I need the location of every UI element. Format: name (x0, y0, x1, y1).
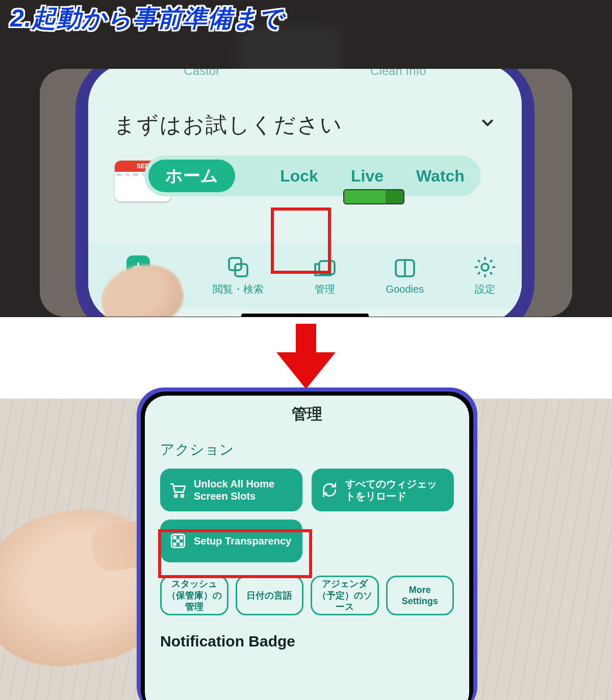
top-screenshot-card: Castor Clean Info まずはお試しください SEP MoTuWeT… (40, 69, 572, 317)
chip-date-lang[interactable]: 日付の言語 (236, 576, 304, 615)
home-indicator (241, 314, 369, 317)
tab-settings[interactable]: 設定 (473, 255, 497, 296)
tab-manage-label: 管理 (315, 282, 335, 296)
gear-icon (473, 255, 497, 279)
chip-more[interactable]: More Settings (386, 576, 454, 615)
chevron-down-icon (479, 114, 496, 136)
tab-goodies[interactable]: Goodies (386, 256, 424, 295)
highlight-box-transparency (158, 529, 312, 578)
segment-live[interactable]: Live (351, 167, 384, 186)
unlock-slots-button[interactable]: Unlock All Home Screen Slots (160, 469, 302, 511)
segment-home-active[interactable]: ホーム (148, 160, 235, 192)
reload-icon (321, 481, 338, 499)
peek-label-left: Castor (184, 69, 220, 78)
peek-label-right: Clean Info (370, 69, 426, 78)
manage-screen-title: 管理 (145, 404, 469, 425)
reload-widgets-label: すべてのウィジェットをリロード (345, 478, 445, 502)
svg-point-6 (174, 495, 177, 497)
down-arrow-icon (275, 324, 337, 392)
actions-section-label: アクション (160, 440, 469, 459)
tutorial-bottom-panel: 管理 アクション Unlock All Home Screen Slots すべ… (0, 399, 612, 700)
surface-segmented-control[interactable]: ホーム Lock Live Watch (144, 155, 481, 196)
goodies-icon (393, 256, 417, 280)
partial-top-row: Castor Clean Info (109, 69, 501, 83)
transition-arrow-zone (0, 317, 612, 399)
manage-screen: 管理 アクション Unlock All Home Screen Slots すべ… (145, 396, 469, 700)
svg-point-5 (481, 264, 489, 271)
cart-icon (169, 481, 187, 499)
tab-browse[interactable]: 閲覧・検索 (213, 255, 264, 296)
battery-widget-peek (343, 189, 404, 204)
notification-badge-section: Notification Badge (160, 633, 469, 650)
segment-watch[interactable]: Watch (416, 167, 465, 186)
tutorial-step-title: 2.起動から事前準備まで (10, 2, 284, 35)
try-section-header[interactable]: まずはお試しください (114, 111, 496, 139)
highlight-box-manage-tab (271, 208, 331, 274)
tab-browse-label: 閲覧・検索 (213, 282, 264, 296)
try-section-title: まずはお試しください (114, 111, 343, 139)
tutorial-top-panel: Castor Clean Info まずはお試しください SEP MoTuWeT… (0, 0, 612, 317)
browse-icon (226, 255, 250, 279)
unlock-slots-label: Unlock All Home Screen Slots (194, 478, 293, 502)
tab-goodies-label: Goodies (386, 283, 424, 295)
tab-settings-label: 設定 (475, 282, 495, 296)
chip-agenda[interactable]: アジェンダ（予定）のソース (311, 576, 379, 615)
reload-widgets-button[interactable]: すべてのウィジェットをリロード (312, 469, 454, 511)
svg-point-7 (181, 495, 184, 497)
chip-stash[interactable]: スタッシュ（保管庫）の管理 (160, 576, 228, 615)
phone-frame-bottom: 管理 アクション Unlock All Home Screen Slots すべ… (137, 387, 477, 700)
segment-lock[interactable]: Lock (280, 167, 318, 186)
